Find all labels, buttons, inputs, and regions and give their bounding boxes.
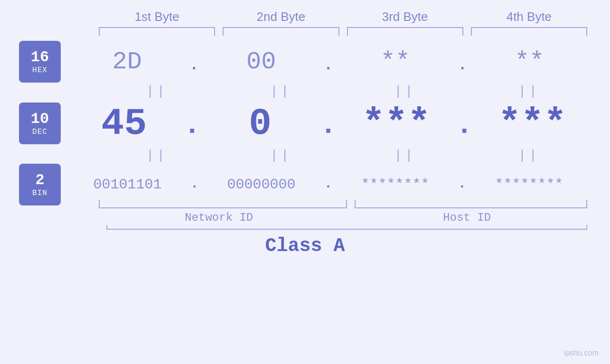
network-bracket-line (99, 207, 347, 208)
hex-badge-num: 16 (31, 49, 49, 65)
top-brackets (19, 27, 591, 36)
hex-b1-cell: 2D (66, 48, 188, 76)
byte2-header: 2nd Byte (219, 9, 343, 24)
bin-b3-cell: ******** (333, 177, 457, 193)
hex-b4-value: ** (468, 48, 591, 76)
dot-sep-dec-3: . (456, 109, 473, 145)
watermark: ipshu.com (564, 349, 599, 357)
id-labels-row: Network ID Host ID (19, 211, 591, 224)
main-container: 1st Byte 2nd Byte 3rd Byte 4th Byte 16 H… (0, 0, 610, 364)
dec-b4-value: *** (474, 102, 591, 145)
dot-sep-dec-2: . (319, 109, 337, 145)
hex-b3-cell: ** (334, 48, 457, 76)
bin-badge-label: BIN (32, 189, 47, 197)
bin-b2-value: 00000000 (199, 177, 323, 193)
eq-row-2: || || || || (19, 148, 591, 163)
eq-1-b1: || (95, 84, 219, 99)
eq-row-1: || || || || (19, 84, 591, 99)
bin-b1-cell: 00101101 (66, 177, 189, 193)
host-id-label: Host ID (343, 211, 591, 224)
bin-b1-value: 00101101 (66, 177, 189, 193)
bin-badge-num: 2 (35, 172, 44, 188)
dec-b1-value: 45 (66, 102, 183, 145)
dec-b3-value: *** (338, 102, 455, 145)
bin-row: 2 BIN 00101101 . 00000000 . ******** . *… (19, 164, 591, 205)
dot-sep-dec-1: . (184, 109, 201, 145)
byte4-header: 4th Byte (467, 9, 591, 24)
dec-badge-label: DEC (32, 128, 47, 136)
hex-badge: 16 HEX (19, 41, 61, 83)
eq-2-b3: || (343, 148, 467, 163)
dec-b2-value: 0 (202, 102, 319, 145)
dot-sep-bin-2: . (324, 177, 332, 193)
bin-b4-cell: ******** (467, 177, 591, 193)
bracket-1 (99, 27, 215, 36)
hex-b4-cell: ** (468, 48, 591, 76)
hex-b2-value: 00 (200, 48, 323, 76)
class-label: Class A (19, 235, 591, 257)
dec-b1-cell: 45 (66, 102, 183, 145)
bracket-4 (471, 27, 587, 36)
bin-b4-value: ******** (467, 177, 591, 193)
network-id-label: Network ID (95, 211, 343, 224)
dec-badge: 10 DEC (19, 103, 61, 144)
hex-badge-label: HEX (32, 66, 47, 75)
dot-sep-hex-1: . (189, 56, 198, 76)
dec-badge-num: 10 (31, 111, 49, 127)
dot-sep-hex-2: . (324, 56, 333, 76)
eq-1-b3: || (343, 84, 467, 99)
dec-values-area: 45 . 0 . *** . *** (66, 102, 591, 145)
dec-b4-cell: *** (474, 102, 591, 145)
dot-sep-bin-3: . (458, 177, 466, 193)
dot-sep-bin-1: . (190, 177, 198, 193)
bin-b2-cell: 00000000 (199, 177, 323, 193)
hex-values-area: 2D . 00 . ** . ** (66, 48, 591, 76)
bracket-3 (347, 27, 463, 36)
dec-row: 10 DEC 45 . 0 . *** . *** (19, 100, 591, 147)
bin-values-area: 00101101 . 00000000 . ******** . *******… (66, 177, 591, 193)
hex-b2-cell: 00 (200, 48, 323, 76)
host-bracket-line (355, 207, 588, 208)
byte-headers-row: 1st Byte 2nd Byte 3rd Byte 4th Byte (19, 9, 591, 24)
dec-b3-cell: *** (338, 102, 455, 145)
byte3-header: 3rd Byte (343, 9, 467, 24)
eq-2-b4: || (467, 148, 591, 163)
byte1-header: 1st Byte (95, 9, 219, 24)
hex-b3-value: ** (334, 48, 457, 76)
hex-row: 16 HEX 2D . 00 . ** . ** (19, 40, 591, 83)
dot-sep-hex-3: . (458, 56, 467, 76)
bin-badge: 2 BIN (19, 164, 61, 205)
bin-b3-value: ******** (333, 177, 457, 193)
eq-2-b2: || (219, 148, 343, 163)
hex-b1-value: 2D (66, 48, 188, 76)
dec-b2-cell: 0 (202, 102, 319, 145)
bracket-2 (223, 27, 339, 36)
full-width-bracket (106, 229, 587, 230)
eq-2-b1: || (95, 148, 219, 163)
eq-1-b2: || (219, 84, 343, 99)
eq-1-b4: || (467, 84, 591, 99)
